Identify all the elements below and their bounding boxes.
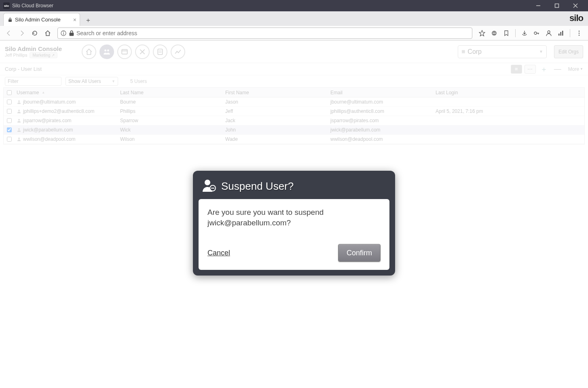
view-list-button[interactable]: ≡: [511, 65, 522, 74]
cell-lastname: Wilson: [120, 136, 225, 142]
address-bar[interactable]: [57, 28, 472, 39]
key-button[interactable]: [531, 28, 542, 39]
cell-lastname: Bourne: [120, 99, 225, 105]
window-close-button[interactable]: [566, 0, 585, 11]
svg-point-28: [18, 119, 20, 121]
modal-overlay: Suspend User? Are you sure you want to s…: [0, 0, 588, 388]
table-row[interactable]: jwick@parabellum.comWickJohnjwick@parabe…: [4, 125, 584, 135]
cell-email: jwick@parabellum.com: [330, 127, 436, 133]
cell-lastname: Wick: [120, 127, 225, 133]
nav-analytics-icon[interactable]: [171, 45, 185, 59]
svg-point-17: [579, 32, 580, 34]
nav-apps-icon[interactable]: [117, 45, 132, 59]
user-icon: [17, 127, 21, 132]
cell-username: jbourne@ultimatum.com: [23, 99, 76, 105]
filter-input[interactable]: [5, 77, 61, 86]
cell-firstname: Jack: [225, 118, 330, 123]
table-row[interactable]: jphillips+demo2@authentic8.comPhillipsJe…: [4, 107, 584, 116]
lock-icon: [8, 17, 13, 22]
cancel-button[interactable]: Cancel: [207, 249, 230, 257]
download-button[interactable]: [519, 28, 530, 39]
svg-rect-7: [63, 33, 63, 35]
remove-user-button[interactable]: —: [552, 65, 563, 74]
svg-point-29: [18, 128, 20, 130]
cell-firstname: Jason: [225, 99, 330, 105]
cell-email: wwilson@deadpool.com: [330, 136, 436, 142]
cell-firstname: Jeff: [225, 108, 330, 114]
table-row[interactable]: jbourne@ultimatum.comBourneJasonjbourne@…: [4, 98, 584, 107]
sort-asc-icon: ▲: [42, 91, 45, 94]
org-selector[interactable]: ≡ Corp ▼: [458, 45, 547, 58]
col-lastlogin[interactable]: Last Login: [436, 90, 584, 95]
svg-rect-10: [493, 33, 496, 34]
nav-reports-icon[interactable]: [153, 45, 167, 59]
table-row[interactable]: wwilson@deadpool.comWilsonWadewwilson@de…: [4, 135, 584, 144]
col-lastname[interactable]: Last Name: [120, 90, 225, 95]
new-tab-button[interactable]: ＋: [82, 15, 94, 26]
row-checkbox[interactable]: [7, 109, 12, 114]
table-row[interactable]: jsparrow@pirates.comSparrowJackjsparrow@…: [4, 116, 584, 125]
users-table: Username▲ Last Name First Name Email Las…: [3, 87, 585, 144]
svg-point-26: [18, 100, 20, 102]
reload-button[interactable]: [29, 28, 40, 39]
cell-lastname: Sparrow: [120, 118, 225, 123]
svg-point-11: [534, 32, 537, 34]
info-icon[interactable]: [60, 30, 67, 36]
app-icon: silo: [3, 2, 10, 9]
nav-users-icon[interactable]: [99, 45, 114, 59]
row-checkbox[interactable]: [7, 100, 12, 104]
svg-point-18: [579, 34, 580, 36]
col-username[interactable]: Username▲: [15, 90, 120, 95]
breadcrumb: Corp - User List: [5, 66, 42, 72]
nav-tools-icon[interactable]: [135, 45, 150, 59]
cell-firstname: Wade: [225, 136, 330, 142]
more-menu[interactable]: More ▼: [568, 66, 583, 72]
view-compact-button[interactable]: ⋯: [525, 65, 536, 74]
brand-logo: silo: [569, 13, 583, 23]
window-title: Silo Cloud Browser: [12, 3, 53, 8]
browser-tab[interactable]: Silo Admin Console ×: [3, 13, 80, 26]
window-maximize-button[interactable]: [548, 0, 566, 11]
suspend-user-icon: [202, 178, 216, 194]
nav-back-button[interactable]: [3, 28, 15, 39]
svg-rect-21: [122, 49, 127, 54]
block-button[interactable]: [489, 28, 500, 39]
admin-header: Silo Admin Console Jeff Phillips Marketi…: [0, 40, 588, 63]
dialog-title: Suspend User?: [221, 180, 294, 193]
home-button[interactable]: [42, 28, 53, 39]
row-checkbox[interactable]: [7, 118, 12, 123]
nav-home-icon[interactable]: [82, 45, 96, 59]
window-titlebar: silo Silo Cloud Browser: [0, 0, 588, 11]
address-input[interactable]: [76, 30, 470, 36]
cell-username: jwick@parabellum.com: [23, 127, 73, 133]
favorite-button[interactable]: [476, 28, 488, 39]
add-user-button[interactable]: ＋: [538, 65, 550, 74]
user-icon: [17, 109, 21, 114]
window-minimize-button[interactable]: [529, 0, 548, 11]
bookmark-button[interactable]: [501, 28, 512, 39]
col-email[interactable]: Email: [330, 90, 436, 95]
show-users-select[interactable]: Show All Users▼: [66, 77, 118, 86]
confirm-button[interactable]: Confirm: [338, 244, 381, 262]
cell-username: wwilson@deadpool.com: [23, 136, 76, 142]
svg-point-12: [548, 31, 550, 33]
filter-row: Show All Users▼ 5 Users: [0, 75, 588, 87]
row-checkbox[interactable]: [7, 127, 12, 132]
edit-orgs-button[interactable]: Edit Orgs: [554, 45, 583, 58]
row-checkbox[interactable]: [7, 137, 12, 142]
svg-point-27: [18, 110, 20, 111]
user-icon: [17, 137, 21, 142]
stats-button[interactable]: [555, 28, 567, 39]
org-badge[interactable]: Marketing ↗: [30, 52, 57, 58]
tab-label: Silo Admin Console: [15, 17, 61, 23]
tab-close-icon[interactable]: ×: [73, 17, 76, 23]
col-firstname[interactable]: First Name: [225, 90, 330, 95]
profile-button[interactable]: [543, 28, 554, 39]
select-all-checkbox[interactable]: [7, 90, 12, 95]
nav-forward-button[interactable]: [16, 28, 27, 39]
admin-nav: [82, 45, 185, 59]
browser-toolbar: [0, 26, 588, 40]
subheader: Corp - User List ≡ ⋯ ＋ — More ▼: [0, 63, 588, 75]
lock-icon[interactable]: [68, 30, 75, 36]
menu-button[interactable]: [573, 28, 585, 39]
